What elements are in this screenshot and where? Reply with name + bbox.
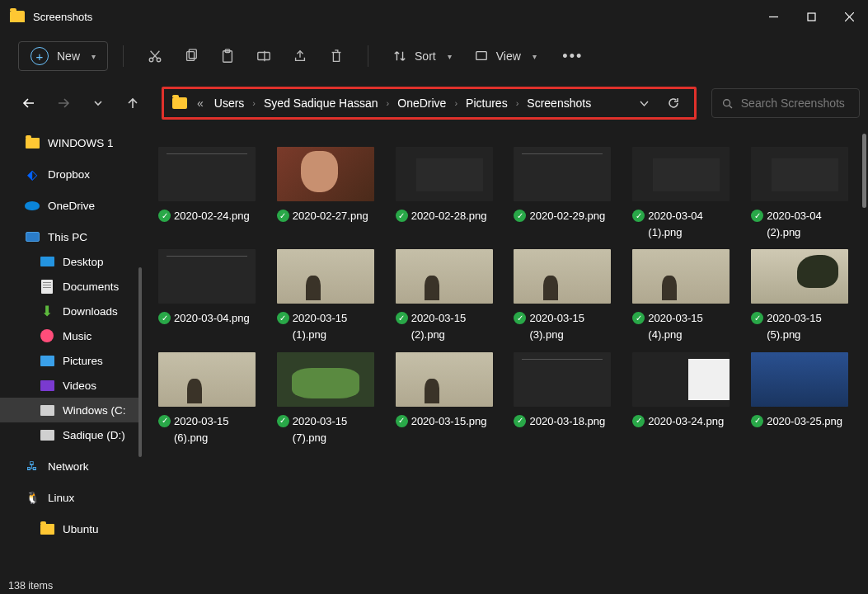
sidebar-item[interactable]: Windows (C: <box>0 398 142 422</box>
thumbnail <box>396 147 493 201</box>
sidebar-item[interactable]: Videos <box>0 373 142 398</box>
sync-icon: ✓ <box>751 415 763 427</box>
minimize-button[interactable] <box>754 0 792 33</box>
sort-button[interactable]: Sort ▾ <box>383 41 462 71</box>
file-item[interactable]: ✓2020-03-15.png <box>387 352 501 446</box>
paste-button[interactable] <box>211 41 244 71</box>
sidebar-item[interactable]: Pictures <box>0 348 142 373</box>
breadcrumb-segment[interactable]: Pictures <box>460 94 514 112</box>
sync-icon: ✓ <box>158 312 171 324</box>
folder-icon <box>172 97 187 109</box>
svg-point-4 <box>149 58 153 62</box>
breadcrumb-segment[interactable]: Syed Sadique Hassan <box>258 94 384 112</box>
recent-button[interactable] <box>84 89 112 117</box>
file-item[interactable]: ✓2020-02-29.png <box>505 147 619 241</box>
breadcrumb-segment[interactable]: OneDrive <box>392 94 452 112</box>
network-icon: 🖧 <box>25 459 40 474</box>
chevron-down-icon: ▾ <box>533 52 537 61</box>
sidebar-item[interactable]: Ubuntu <box>0 516 142 541</box>
breadcrumb-segment[interactable]: Screenshots <box>521 94 597 112</box>
sidebar-item[interactable]: Sadique (D:) <box>0 422 142 447</box>
breadcrumb-segment[interactable]: Users <box>209 94 251 112</box>
file-name: 2020-03-04.png <box>174 310 250 327</box>
file-item[interactable]: ✓2020-03-04 (2).png <box>743 147 856 241</box>
file-name-row: ✓2020-03-04 (1).png <box>624 208 738 241</box>
search-box[interactable] <box>711 88 860 118</box>
titlebar: Screenshots <box>0 0 868 33</box>
file-name-row: ✓2020-03-18.png <box>505 413 619 430</box>
file-item[interactable]: ✓2020-03-15 (5).png <box>743 249 856 343</box>
sidebar-item[interactable]: Documents <box>0 274 142 299</box>
sync-icon: ✓ <box>277 210 289 222</box>
sidebar-item[interactable]: Desktop <box>0 249 142 274</box>
chevron-right-icon: › <box>252 98 256 108</box>
sync-icon: ✓ <box>277 415 289 427</box>
address-bar[interactable]: « Users›Syed Sadique Hassan›OneDrive›Pic… <box>162 87 697 120</box>
file-name: 2020-02-28.png <box>411 208 487 224</box>
file-item[interactable]: ✓2020-03-15 (2).png <box>387 249 501 343</box>
cut-button[interactable] <box>138 41 171 71</box>
file-name: 2020-03-18.png <box>529 413 605 430</box>
file-item[interactable]: ✓2020-03-25.png <box>743 352 856 446</box>
file-item[interactable]: ✓2020-03-15 (7).png <box>269 352 382 446</box>
search-input[interactable] <box>741 97 849 110</box>
rename-button[interactable] <box>247 41 280 71</box>
history-dropdown[interactable] <box>631 98 656 109</box>
sidebar-item[interactable]: ⬖Dropbox <box>0 162 142 186</box>
svg-line-16 <box>730 105 732 107</box>
file-item[interactable]: ✓2020-03-04 (1).png <box>624 147 738 241</box>
sidebar-item[interactable]: Music <box>0 323 142 348</box>
sidebar-item[interactable]: 🐧Linux <box>0 485 142 510</box>
file-name: 2020-02-24.png <box>174 208 250 224</box>
view-button[interactable]: View ▾ <box>465 41 547 71</box>
file-name-row: ✓2020-03-25.png <box>743 413 856 430</box>
sidebar-item[interactable]: ⬇Downloads <box>0 299 142 323</box>
sidebar-item[interactable]: This PC <box>0 224 142 249</box>
maximize-button[interactable] <box>792 0 830 33</box>
delete-button[interactable] <box>320 41 353 71</box>
file-item[interactable]: ✓2020-02-24.png <box>150 147 264 241</box>
sidebar-item-label: Dropbox <box>48 168 90 181</box>
share-button[interactable] <box>284 41 317 71</box>
file-item[interactable]: ✓2020-03-04.png <box>150 249 264 343</box>
file-item[interactable]: ✓2020-03-15 (4).png <box>624 249 738 343</box>
drive-icon <box>40 403 54 417</box>
forward-button[interactable] <box>49 89 77 117</box>
up-button[interactable] <box>119 89 147 117</box>
refresh-button[interactable] <box>661 97 686 110</box>
close-button[interactable] <box>830 0 868 33</box>
file-item[interactable]: ✓2020-02-28.png <box>387 147 501 241</box>
sidebar-item-label: Music <box>63 330 91 342</box>
sidebar-item[interactable]: WINDOWS 1 <box>0 130 142 155</box>
file-name-row: ✓2020-02-29.png <box>505 208 619 224</box>
file-item[interactable]: ✓2020-03-18.png <box>505 352 619 446</box>
sync-icon: ✓ <box>158 210 171 222</box>
file-item[interactable]: ✓2020-02-27.png <box>269 147 382 241</box>
file-item[interactable]: ✓2020-03-15 (6).png <box>150 352 264 446</box>
sync-icon: ✓ <box>396 312 408 324</box>
back-button[interactable] <box>15 89 43 117</box>
file-item[interactable]: ✓2020-03-15 (1).png <box>269 249 382 343</box>
folder-icon <box>40 521 54 536</box>
new-button[interactable]: + New ▾ <box>18 41 108 71</box>
file-name-row: ✓2020-03-15 (7).png <box>269 413 382 446</box>
thumbnail <box>158 249 256 304</box>
sidebar-item[interactable]: 🖧Network <box>0 454 142 478</box>
new-label: New <box>57 50 80 63</box>
file-item[interactable]: ✓2020-03-15 (3).png <box>505 249 619 343</box>
svg-rect-8 <box>187 52 195 61</box>
thumbnail <box>751 249 848 304</box>
sidebar-item-label: Videos <box>63 380 96 392</box>
file-name-row: ✓2020-03-04 (2).png <box>743 208 856 241</box>
file-item[interactable]: ✓2020-03-24.png <box>624 352 738 446</box>
more-button[interactable]: ••• <box>556 41 589 71</box>
sync-icon: ✓ <box>751 312 763 324</box>
file-name: 2020-03-04 (2).png <box>767 208 852 241</box>
sidebar-item-label: WINDOWS 1 <box>48 137 114 149</box>
chevron-right-icon: › <box>387 98 390 108</box>
copy-button[interactable] <box>175 41 208 71</box>
sync-icon: ✓ <box>396 415 408 427</box>
sidebar: WINDOWS 1⬖DropboxOneDriveThis PCDesktopD… <box>0 127 142 578</box>
file-name: 2020-03-04 (1).png <box>648 208 733 241</box>
sidebar-item[interactable]: OneDrive <box>0 193 142 218</box>
